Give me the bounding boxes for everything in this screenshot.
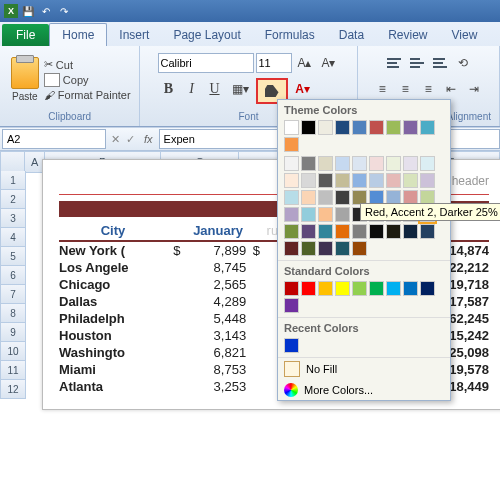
row-header[interactable]: 9 [0,323,26,342]
color-swatch[interactable] [369,120,384,135]
tab-view[interactable]: View [440,24,490,46]
color-swatch[interactable] [352,120,367,135]
tab-review[interactable]: Review [376,24,439,46]
shrink-font-button[interactable]: A▾ [318,52,340,74]
indent-dec-button[interactable]: ⇤ [440,78,462,100]
cut-button[interactable]: ✂Cut [44,58,131,71]
color-swatch[interactable] [369,156,384,171]
color-swatch[interactable] [420,120,435,135]
color-swatch[interactable] [335,120,350,135]
tab-insert[interactable]: Insert [107,24,161,46]
color-swatch[interactable] [301,224,316,239]
tab-home[interactable]: Home [49,23,107,46]
color-swatch[interactable] [284,190,299,205]
border-button[interactable]: ▦▾ [227,78,255,100]
color-swatch[interactable] [318,224,333,239]
row-header[interactable]: 1 [0,171,26,190]
tab-data[interactable]: Data [327,24,376,46]
save-icon[interactable]: 💾 [21,4,35,18]
color-swatch[interactable] [386,120,401,135]
color-swatch[interactable] [284,156,299,171]
color-swatch[interactable] [403,281,418,296]
row-header[interactable]: 3 [0,209,26,228]
indent-inc-button[interactable]: ⇥ [463,78,485,100]
row-header[interactable]: 10 [0,342,26,361]
color-swatch[interactable] [318,156,333,171]
row-header[interactable]: 6 [0,266,26,285]
color-swatch[interactable] [284,173,299,188]
color-swatch[interactable] [420,156,435,171]
color-swatch[interactable] [369,224,384,239]
color-swatch[interactable] [284,207,299,222]
align-right-button[interactable]: ≡ [417,78,439,100]
paste-button[interactable]: Paste [9,55,41,104]
row-header[interactable]: 12 [0,380,26,399]
font-size-select[interactable] [256,53,292,73]
color-swatch[interactable] [301,281,316,296]
color-swatch[interactable] [318,241,333,256]
align-bottom-button[interactable] [429,52,451,74]
color-swatch[interactable] [420,224,435,239]
color-swatch[interactable] [369,281,384,296]
color-swatch[interactable] [301,241,316,256]
color-swatch[interactable] [335,281,350,296]
redo-icon[interactable]: ↷ [57,4,71,18]
color-swatch[interactable] [284,281,299,296]
color-swatch[interactable] [284,298,299,313]
color-swatch[interactable] [352,281,367,296]
tab-page-layout[interactable]: Page Layout [161,24,252,46]
color-swatch[interactable] [318,173,333,188]
undo-icon[interactable]: ↶ [39,4,53,18]
name-box[interactable]: A2 [2,129,106,149]
bold-button[interactable]: B [158,78,180,100]
no-fill-item[interactable]: No Fill [278,358,450,380]
color-swatch[interactable] [301,156,316,171]
color-swatch[interactable] [335,241,350,256]
align-left-button[interactable]: ≡ [371,78,393,100]
color-swatch[interactable] [284,137,299,152]
color-swatch[interactable] [352,173,367,188]
row-header[interactable]: 2 [0,190,26,209]
color-swatch[interactable] [318,190,333,205]
color-swatch[interactable] [301,190,316,205]
format-painter-button[interactable]: 🖌Format Painter [44,89,131,101]
color-swatch[interactable] [369,173,384,188]
color-swatch[interactable] [335,207,350,222]
color-swatch[interactable] [403,224,418,239]
color-swatch[interactable] [403,173,418,188]
tab-file[interactable]: File [2,24,49,46]
align-center-button[interactable]: ≡ [394,78,416,100]
color-swatch[interactable] [318,207,333,222]
color-swatch[interactable] [352,241,367,256]
color-swatch[interactable] [335,173,350,188]
copy-button[interactable]: Copy [44,73,131,87]
align-middle-button[interactable] [406,52,428,74]
color-swatch[interactable] [386,224,401,239]
font-name-select[interactable] [158,53,254,73]
row-header[interactable]: 5 [0,247,26,266]
tab-formulas[interactable]: Formulas [253,24,327,46]
orientation-button[interactable]: ⟲ [452,52,474,74]
cancel-icon[interactable]: ✕ [111,133,120,146]
color-swatch[interactable] [335,224,350,239]
color-swatch[interactable] [420,173,435,188]
color-swatch[interactable] [301,120,316,135]
italic-button[interactable]: I [181,78,203,100]
enter-icon[interactable]: ✓ [126,133,135,146]
color-swatch[interactable] [284,120,299,135]
color-swatch[interactable] [318,120,333,135]
color-swatch[interactable] [284,224,299,239]
row-header[interactable]: 7 [0,285,26,304]
grow-font-button[interactable]: A▴ [294,52,316,74]
color-swatch[interactable] [386,156,401,171]
color-swatch[interactable] [403,120,418,135]
color-swatch[interactable] [403,156,418,171]
color-swatch[interactable] [335,190,350,205]
color-swatch[interactable] [352,156,367,171]
color-swatch[interactable] [318,281,333,296]
align-top-button[interactable] [383,52,405,74]
font-color-button[interactable]: A▾ [289,78,317,100]
row-header[interactable]: 4 [0,228,26,247]
color-swatch[interactable] [386,173,401,188]
row-header[interactable]: 8 [0,304,26,323]
